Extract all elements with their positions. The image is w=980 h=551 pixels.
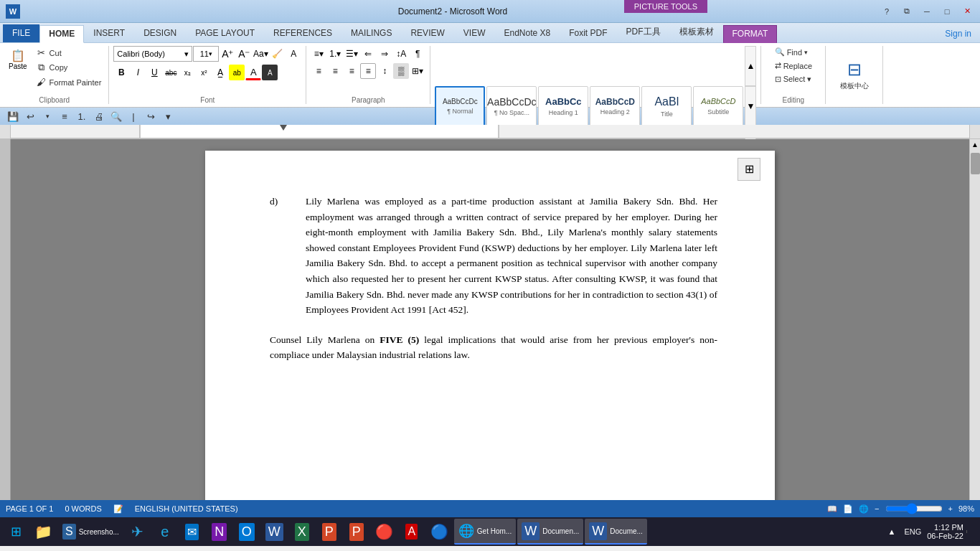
taskbar-pdf[interactable]: A — [399, 519, 425, 545]
help-button[interactable]: ? — [880, 4, 894, 19]
taskbar-opera[interactable]: 🔴 — [371, 519, 397, 545]
increase-indent-button[interactable]: ⇒ — [377, 46, 392, 62]
paragraph-counsel[interactable]: Counsel Lily Marlena on FIVE (5) legal i… — [270, 332, 717, 363]
undo-dropdown[interactable]: ▾ — [40, 109, 55, 123]
tab-page-layout[interactable]: PAGE LAYOUT — [186, 24, 264, 42]
tab-format[interactable]: FORMAT — [723, 25, 778, 43]
tab-home[interactable]: HOME — [39, 25, 84, 43]
scroll-up-button[interactable]: ▲ — [970, 139, 980, 150]
tab-insert[interactable]: INSERT — [84, 24, 134, 42]
clock[interactable]: 1:12 PM 06-Feb-22 — [927, 523, 963, 540]
taskbar-onenote[interactable]: N — [207, 519, 232, 545]
style-title[interactable]: AaBl Title — [641, 86, 692, 126]
subscript-button[interactable]: x₂ — [179, 65, 195, 80]
character-shading[interactable]: A — [262, 65, 278, 80]
format-painter-button[interactable]: 🖌 Format Painter — [33, 75, 105, 89]
taskbar-ppt1[interactable]: P — [316, 519, 342, 545]
style-no-spacing[interactable]: AaBbCcDc ¶ No Spac... — [486, 86, 537, 126]
taskbar-word-doc1[interactable]: W Documen... — [517, 519, 583, 545]
template-label[interactable]: 模板中心 — [840, 81, 869, 91]
tab-foxit[interactable]: Foxit PDF — [560, 24, 616, 42]
read-mode-icon[interactable]: 📖 — [827, 504, 837, 514]
vertical-scrollbar[interactable]: ▲ — [969, 139, 980, 500]
paste-button[interactable]: 📋 Paste — [4, 46, 32, 73]
taskbar-word-doc2[interactable]: W Docume... — [585, 519, 647, 545]
zoom-in-button[interactable]: + — [948, 504, 953, 513]
cut-button[interactable]: ✂ Cut — [33, 46, 105, 60]
tab-pdf-tools[interactable]: PDF工具 — [617, 22, 670, 42]
start-button[interactable]: ⊞ — [3, 519, 29, 545]
scroll-thumb[interactable] — [971, 153, 980, 174]
redo-button[interactable]: ↪ — [143, 109, 158, 123]
decrease-indent-button[interactable]: ⇐ — [360, 46, 376, 62]
style-heading2[interactable]: AaBbCcD Heading 2 — [590, 86, 640, 126]
tab-design[interactable]: DESIGN — [134, 24, 186, 42]
style-subtitle[interactable]: AaBbCcD Subtitle — [693, 86, 743, 126]
restore-button[interactable]: ⧉ — [900, 4, 914, 19]
style-normal[interactable]: AaBbCcDc ¶ Normal — [435, 86, 485, 126]
borders-button[interactable]: ⊞▾ — [410, 63, 425, 79]
superscript-button[interactable]: x² — [196, 65, 212, 80]
taskbar-browser[interactable]: 🌐 Get Hom... — [454, 519, 516, 545]
line-spacing-button[interactable]: ↕ — [377, 63, 392, 79]
tab-review[interactable]: REVIEW — [401, 24, 453, 42]
text-effects-button[interactable]: A̲ — [212, 65, 228, 80]
taskbar-excel[interactable]: X — [289, 519, 315, 545]
language-btn[interactable]: ENG — [901, 526, 924, 537]
print-layout-icon[interactable]: 📄 — [843, 504, 853, 514]
document-scroll[interactable]: ⊞ d) Lily Marlena was employed as a part… — [11, 139, 969, 500]
taskbar-screenshot[interactable]: S Screensho... — [58, 519, 123, 545]
undo-button[interactable]: ↩ — [23, 109, 37, 123]
shading-button[interactable]: ▒ — [393, 63, 409, 79]
show-paragraph-button[interactable]: ¶ — [410, 46, 425, 62]
numbered-list-button[interactable]: 1.▾ — [327, 46, 343, 62]
sign-in-link[interactable]: Sign in — [936, 26, 980, 42]
styles-scroll-up[interactable]: ▲ — [745, 46, 756, 86]
print-preview-button[interactable]: 🖨 — [92, 109, 106, 123]
numbering-qa-button[interactable]: 1. — [75, 109, 89, 123]
justify-button[interactable]: ≡ — [360, 63, 376, 79]
align-center-button[interactable]: ≡ — [327, 63, 343, 79]
save-button[interactable]: 💾 — [6, 109, 20, 123]
paragraph-d-text[interactable]: Lily Marlena was employed as a part-time… — [306, 194, 717, 318]
taskbar-telegram[interactable]: ✈ — [125, 519, 151, 545]
styles-scroll-down[interactable]: ▼ — [745, 86, 756, 126]
underline-button[interactable]: U — [146, 65, 162, 80]
font-color-picker[interactable]: A — [286, 46, 301, 62]
change-case-button[interactable]: Aa▾ — [253, 46, 268, 62]
decrease-font-button[interactable]: A⁻ — [236, 46, 252, 62]
multilevel-list-button[interactable]: ☰▾ — [344, 46, 359, 62]
tab-file[interactable]: FILE — [3, 24, 39, 42]
taskbar-file-explorer[interactable]: 📁 — [30, 519, 57, 545]
bullets-qa-button[interactable]: ≡ — [57, 109, 72, 123]
taskbar-ppt2[interactable]: P — [344, 519, 369, 545]
increase-font-button[interactable]: A⁺ — [220, 46, 235, 62]
font-color-button[interactable]: A — [245, 65, 261, 80]
bold-button[interactable]: B — [113, 65, 129, 80]
taskbar-word[interactable]: W — [261, 519, 288, 545]
show-desktop-button[interactable] — [966, 530, 974, 533]
tab-view[interactable]: VIEW — [454, 24, 495, 42]
tab-mailings[interactable]: MAILINGS — [341, 24, 401, 42]
italic-button[interactable]: I — [130, 65, 146, 80]
maximize-button[interactable]: □ — [940, 4, 954, 19]
strikethrough-button[interactable]: abc — [163, 65, 179, 80]
web-layout-icon[interactable]: 🌐 — [859, 504, 869, 514]
taskbar-mail[interactable]: ✉ — [179, 519, 205, 545]
clear-format-button[interactable]: 🧹 — [269, 46, 285, 62]
search-qa-button[interactable]: 🔍 — [109, 109, 123, 123]
bullet-list-button[interactable]: ≡▾ — [311, 46, 326, 62]
layout-button[interactable]: ⊞ — [738, 158, 760, 181]
close-button[interactable]: ✕ — [960, 4, 974, 19]
show-hidden-icons[interactable]: ▲ — [885, 526, 899, 537]
select-button[interactable]: ⊡ Select ▾ — [772, 73, 815, 85]
taskbar-edge[interactable]: 🔵 — [426, 519, 453, 545]
minimize-button[interactable]: ─ — [920, 4, 934, 19]
tab-references[interactable]: REFERENCES — [264, 24, 341, 42]
tab-template[interactable]: 模板素材 — [670, 22, 723, 42]
align-left-button[interactable]: ≡ — [311, 63, 326, 79]
zoom-out-button[interactable]: − — [875, 504, 879, 513]
align-right-button[interactable]: ≡ — [344, 63, 359, 79]
font-size-dropdown[interactable]: 11 ▾ — [193, 46, 219, 62]
replace-button[interactable]: ⇄ Replace — [772, 60, 815, 72]
